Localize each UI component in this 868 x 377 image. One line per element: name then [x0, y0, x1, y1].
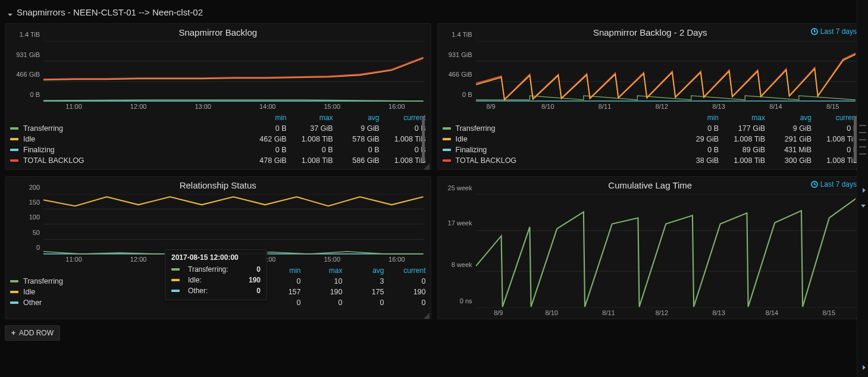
- col-avg: avg: [765, 114, 811, 122]
- y-tick: 0 ns: [443, 297, 472, 304]
- x-tick: 8/14: [769, 103, 782, 110]
- legend-stat: 0 B: [333, 146, 380, 154]
- legend-row[interactable]: TOTAL BACKLOG478 GiB1.008 TiB586 GiB1.00…: [10, 155, 426, 166]
- x-tick: 8/11: [598, 103, 611, 110]
- add-row-button[interactable]: + ADD ROW: [5, 325, 60, 341]
- legend-swatch: [10, 138, 18, 140]
- legend-stat: 431 MiB: [765, 146, 811, 154]
- x-tick: 8/12: [656, 309, 668, 316]
- col-avg: avg: [343, 266, 384, 275]
- legend-row[interactable]: Finalizing0 B0 B0 B0 B: [10, 144, 426, 155]
- col-current: current: [384, 266, 426, 275]
- plus-icon: +: [11, 329, 15, 337]
- legend-swatch: [10, 280, 18, 282]
- x-tick: 11:00: [65, 103, 82, 110]
- y-tick: 466 GiB: [443, 71, 472, 78]
- legend-row[interactable]: Transferring0 B37 GiB9 GiB0 B: [10, 123, 426, 134]
- timerange-label: Last 7 days: [820, 180, 857, 188]
- legend-swatch: [171, 268, 180, 271]
- y-axis: 0 B 466 GiB 931 GiB 1.4 TiB: [10, 41, 42, 102]
- panel-snapmirror-backlog-2days[interactable]: Snapmirror Backlog - 2 Days Last 7 days …: [437, 23, 864, 170]
- resize-handle-icon[interactable]: [424, 312, 430, 318]
- col-min: min: [672, 114, 719, 122]
- tooltip-row: Other:0: [171, 285, 261, 296]
- y-tick: 0 B: [443, 91, 472, 98]
- col-max: max: [287, 114, 333, 122]
- legend-row[interactable]: Finalizing0 B89 GiB431 MiB0 B: [443, 144, 858, 155]
- scrollbar[interactable]: [421, 112, 425, 166]
- legend-row[interactable]: Transferring0 B177 GiB9 GiB0 B: [443, 123, 858, 134]
- y-tick: 466 GiB: [10, 71, 40, 78]
- x-tick: 8/14: [766, 309, 778, 316]
- y-tick: 0: [10, 244, 40, 251]
- legend-row[interactable]: Idle462 GiB1.008 TiB578 GiB1.008 TiB: [10, 134, 426, 144]
- legend-stat: 29 GiB: [672, 135, 719, 143]
- legend-stat: 0: [343, 299, 384, 307]
- x-tick: 11:00: [65, 256, 82, 263]
- legend-stat: 0 B: [287, 146, 333, 154]
- legend-swatch: [10, 301, 18, 304]
- panel-title: Cumulative Lag Time: [608, 180, 692, 190]
- legend-stat: 300 GiB: [765, 156, 811, 165]
- y-axis: 0 50 100 150 200: [10, 194, 42, 255]
- legend-stat: 1.008 TiB: [380, 156, 426, 165]
- panel-timerange[interactable]: Last 7 days: [811, 27, 857, 36]
- col-current: current: [380, 114, 426, 122]
- col-max: max: [719, 114, 765, 122]
- panel-timerange[interactable]: Last 7 days: [811, 180, 857, 188]
- legend-label: TOTAL BACKLOG: [456, 156, 673, 165]
- x-tick: 15:00: [324, 256, 340, 263]
- x-tick: 14:00: [259, 103, 276, 110]
- x-tick: 8/9: [494, 309, 503, 316]
- y-tick: 50: [10, 229, 40, 236]
- legend-stat: 0: [301, 299, 343, 307]
- legend-stat: 175: [343, 288, 384, 296]
- legend-stat: 1.008 TiB: [811, 156, 858, 165]
- legend-stat: 190: [384, 288, 426, 296]
- legend-row[interactable]: TOTAL BACKLOG38 GiB1.008 TiB300 GiB1.008…: [443, 155, 858, 166]
- legend-swatch: [443, 159, 451, 162]
- legend-stat: 478 GiB: [240, 156, 287, 165]
- x-axis: 11:00 12:00 13:00 14:00 15:00 16:00: [43, 103, 424, 112]
- panel-cumulative-lag[interactable]: Cumulative Lag Time Last 7 days 0 ns 8 w…: [437, 176, 864, 319]
- legend-stat: 0 B: [811, 124, 858, 133]
- legend-swatch: [10, 291, 18, 293]
- tooltip-row: Idle:190: [171, 275, 261, 285]
- legend-stat: 0 B: [240, 124, 287, 133]
- section-title: Snapmirrors - NEEN-CLST-01 --> Neen-clst…: [17, 7, 203, 17]
- y-tick: 25 week: [443, 184, 472, 191]
- legend-stat: 38 GiB: [672, 156, 719, 165]
- dashboard-root: Snapmirrors - NEEN-CLST-01 --> Neen-clst…: [0, 0, 868, 377]
- panel-snapmirror-backlog[interactable]: Snapmirror Backlog 0 B 466 GiB 931 GiB 1…: [5, 23, 431, 170]
- legend-swatch: [10, 149, 18, 151]
- legend-swatch: [171, 290, 180, 292]
- add-row-label: ADD ROW: [19, 329, 54, 337]
- tooltip-series-label: Other:: [188, 285, 247, 296]
- x-axis: 8/9 8/10 8/11 8/12 8/13 8/14 8/15: [476, 309, 856, 319]
- legend-stat: 586 GiB: [333, 156, 380, 165]
- panel-title: Snapmirror Backlog: [178, 27, 257, 37]
- panel-grid: Snapmirror Backlog 0 B 466 GiB 931 GiB 1…: [5, 23, 863, 319]
- y-tick: 0 B: [10, 91, 40, 98]
- col-min: min: [240, 114, 287, 122]
- legend-stat: 0 B: [380, 146, 426, 154]
- legend-row[interactable]: Idle29 GiB1.008 TiB291 GiB1.008 TiB: [443, 134, 858, 144]
- x-tick: 12:00: [130, 256, 147, 263]
- legend-label: Idle: [23, 135, 240, 143]
- legend-stat: 1.008 TiB: [287, 135, 333, 143]
- y-tick: 1.4 TiB: [10, 31, 40, 38]
- panel-relationship-status[interactable]: Relationship Status 0 50 100 150 200: [5, 176, 431, 319]
- section-header-row[interactable]: Snapmirrors - NEEN-CLST-01 --> Neen-clst…: [5, 5, 863, 23]
- resize-handle-icon[interactable]: [424, 162, 430, 168]
- y-tick: 8 week: [443, 261, 472, 268]
- chart-area: 0 ns 8 week 17 week 25 week 8/9: [443, 194, 858, 319]
- legend-swatch: [443, 138, 451, 140]
- legend-stat: 578 GiB: [333, 135, 380, 143]
- x-tick: 8/13: [712, 309, 725, 316]
- tooltip-row: Transferring:0: [171, 264, 261, 275]
- x-tick: 8/15: [823, 309, 835, 316]
- legend-stat: 1.008 TiB: [719, 156, 765, 165]
- x-tick: 8/13: [712, 103, 725, 110]
- col-current: current: [811, 114, 858, 122]
- legend-label: Finalizing: [456, 146, 673, 154]
